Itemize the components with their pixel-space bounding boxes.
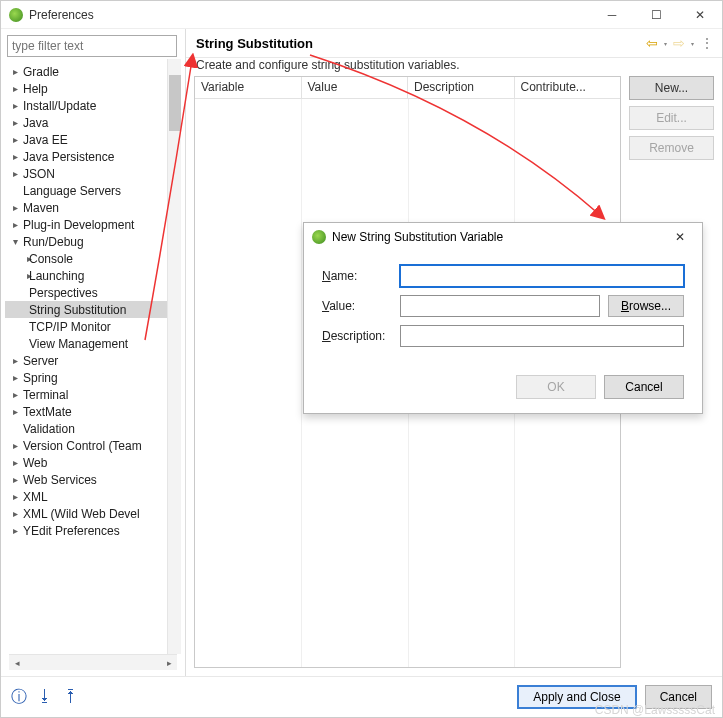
tree-item[interactable]: Server: [5, 352, 181, 369]
tree-item-label: JSON: [21, 167, 55, 181]
column-header[interactable]: Value: [302, 77, 409, 98]
chevron-right-icon[interactable]: [9, 151, 21, 162]
chevron-right-icon[interactable]: [9, 100, 21, 111]
tree-item[interactable]: Terminal: [5, 386, 181, 403]
tree-item-label: Console: [27, 252, 73, 266]
filter-input[interactable]: [7, 35, 177, 57]
tree-item[interactable]: YEdit Preferences: [5, 522, 181, 539]
scrollbar-thumb[interactable]: [169, 75, 181, 131]
tree-item[interactable]: Help: [5, 80, 181, 97]
tree-item[interactable]: TCP/IP Monitor: [5, 318, 181, 335]
tree-item[interactable]: XML (Wild Web Devel: [5, 505, 181, 522]
chevron-right-icon[interactable]: [9, 117, 21, 128]
chevron-right-icon[interactable]: [9, 270, 27, 281]
close-button[interactable]: ✕: [678, 1, 722, 29]
tree-item[interactable]: Perspectives: [5, 284, 181, 301]
value-input[interactable]: [400, 295, 600, 317]
chevron-right-icon[interactable]: [9, 66, 21, 77]
tree-item-label: Gradle: [21, 65, 59, 79]
browse-button[interactable]: Browse...: [608, 295, 684, 317]
column-header[interactable]: Contribute...: [515, 77, 621, 98]
chevron-right-icon[interactable]: [9, 134, 21, 145]
tree-item-label: Spring: [21, 371, 58, 385]
tree-item[interactable]: Maven: [5, 199, 181, 216]
tree-item-label: Java: [21, 116, 48, 130]
forward-icon[interactable]: ⇨: [673, 35, 685, 51]
chevron-down-icon[interactable]: [9, 236, 21, 247]
new-variable-dialog: New String Substitution Variable ✕ Name:…: [303, 222, 703, 414]
tree-item[interactable]: Launching: [5, 267, 181, 284]
chevron-right-icon[interactable]: [9, 508, 21, 519]
help-icon[interactable]: ⓘ: [11, 687, 27, 708]
tree-item[interactable]: Web Services: [5, 471, 181, 488]
minimize-button[interactable]: ─: [590, 1, 634, 29]
tree-item-label: Run/Debug: [21, 235, 84, 249]
tree-item[interactable]: Run/Debug: [5, 233, 181, 250]
tree-item-label: Java Persistence: [21, 150, 114, 164]
name-input[interactable]: [400, 265, 684, 287]
import-icon[interactable]: ⭳: [37, 687, 53, 708]
chevron-right-icon[interactable]: [9, 457, 21, 468]
dialog-ok-button: OK: [516, 375, 596, 399]
scroll-left-icon[interactable]: ◂: [9, 656, 25, 670]
chevron-right-icon[interactable]: [9, 253, 27, 264]
dropdown-icon[interactable]: ▾: [664, 40, 667, 47]
back-icon[interactable]: ⇦: [646, 35, 658, 51]
dialog-cancel-button[interactable]: Cancel: [604, 375, 684, 399]
chevron-right-icon[interactable]: [9, 372, 21, 383]
chevron-right-icon[interactable]: [9, 355, 21, 366]
chevron-right-icon[interactable]: [9, 525, 21, 536]
window-title: Preferences: [29, 8, 94, 22]
chevron-right-icon[interactable]: [9, 491, 21, 502]
preferences-tree[interactable]: GradleHelpInstall/UpdateJavaJava EEJava …: [5, 63, 181, 650]
chevron-right-icon[interactable]: [9, 389, 21, 400]
export-icon[interactable]: ⭱: [63, 687, 79, 708]
tree-item-label: Perspectives: [27, 286, 98, 300]
chevron-right-icon[interactable]: [9, 440, 21, 451]
dialog-close-button[interactable]: ✕: [658, 223, 702, 251]
tree-scrollbar[interactable]: [167, 59, 181, 654]
new-button[interactable]: New...: [629, 76, 714, 100]
tree-item[interactable]: XML: [5, 488, 181, 505]
tree-h-scrollbar[interactable]: ◂ ▸: [9, 654, 177, 670]
tree-item[interactable]: View Management: [5, 335, 181, 352]
tree-item-label: Terminal: [21, 388, 68, 402]
tree-item[interactable]: Install/Update: [5, 97, 181, 114]
tree-item-label: Server: [21, 354, 58, 368]
chevron-right-icon[interactable]: [9, 219, 21, 230]
tree-item-label: Plug-in Development: [21, 218, 134, 232]
chevron-right-icon[interactable]: [9, 406, 21, 417]
tree-item[interactable]: Console: [5, 250, 181, 267]
edit-button: Edit...: [629, 106, 714, 130]
scroll-right-icon[interactable]: ▸: [161, 656, 177, 670]
tree-item-label: TCP/IP Monitor: [27, 320, 111, 334]
chevron-right-icon[interactable]: [9, 83, 21, 94]
tree-item[interactable]: Java: [5, 114, 181, 131]
titlebar: Preferences ─ ☐ ✕: [1, 1, 722, 29]
tree-item[interactable]: Gradle: [5, 63, 181, 80]
tree-item[interactable]: Java Persistence: [5, 148, 181, 165]
tree-item[interactable]: Spring: [5, 369, 181, 386]
tree-item[interactable]: JSON: [5, 165, 181, 182]
tree-item-label: Java EE: [21, 133, 68, 147]
description-input[interactable]: [400, 325, 684, 347]
menu-icon[interactable]: ⋮: [700, 35, 714, 51]
tree-item[interactable]: TextMate: [5, 403, 181, 420]
chevron-right-icon[interactable]: [9, 202, 21, 213]
tree-item-label: Launching: [27, 269, 84, 283]
column-header[interactable]: Description: [408, 77, 515, 98]
dropdown-icon[interactable]: ▾: [691, 40, 694, 47]
column-header[interactable]: Variable: [195, 77, 302, 98]
tree-item[interactable]: Language Servers: [5, 182, 181, 199]
value-label: Value:: [322, 299, 392, 313]
tree-item[interactable]: Web: [5, 454, 181, 471]
tree-item[interactable]: Java EE: [5, 131, 181, 148]
tree-item[interactable]: Version Control (Team: [5, 437, 181, 454]
chevron-right-icon[interactable]: [9, 168, 21, 179]
dialog-title: New String Substitution Variable: [332, 230, 503, 244]
tree-item[interactable]: String Substitution: [5, 301, 181, 318]
tree-item[interactable]: Validation: [5, 420, 181, 437]
tree-item[interactable]: Plug-in Development: [5, 216, 181, 233]
maximize-button[interactable]: ☐: [634, 1, 678, 29]
chevron-right-icon[interactable]: [9, 474, 21, 485]
